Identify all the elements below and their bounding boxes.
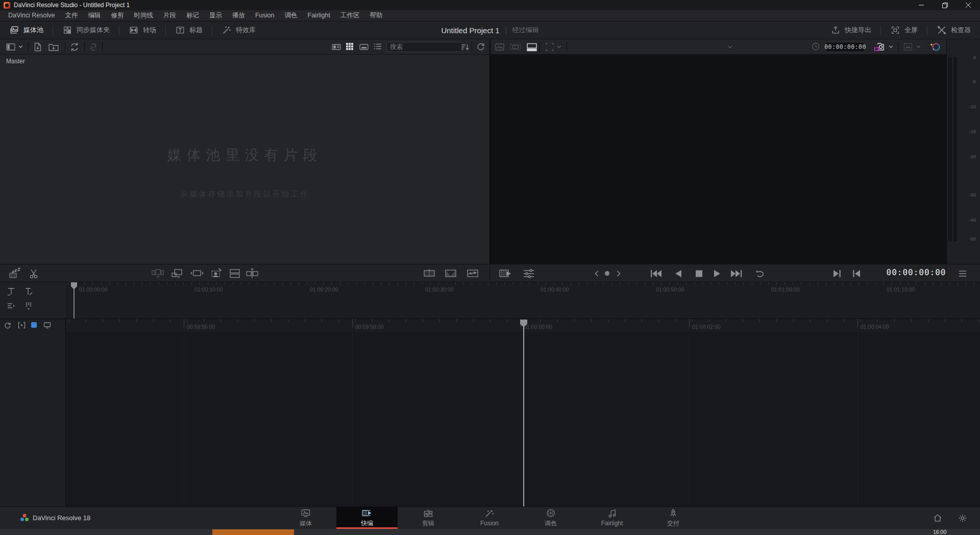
list-view-button[interactable] [373, 41, 383, 52]
append-clip-button[interactable] [170, 267, 185, 280]
track-monitor-button[interactable] [43, 321, 52, 329]
search-input[interactable] [386, 42, 463, 52]
marker-dot[interactable] [605, 271, 609, 276]
jump-to-next-edit-button[interactable] [832, 269, 842, 279]
stop-button[interactable] [694, 269, 703, 279]
place-on-top-button[interactable] [209, 267, 224, 280]
transitions-toggle[interactable]: 转场 [122, 21, 162, 39]
timeline-select-dropdown[interactable] [727, 44, 733, 50]
prev-marker-button[interactable] [594, 270, 600, 277]
roll-tool-button[interactable] [23, 301, 34, 311]
transition-button[interactable] [444, 267, 458, 280]
close-button[interactable] [957, 0, 980, 10]
menu-item[interactable]: 显示 [204, 10, 227, 21]
multicam-camera-button[interactable] [873, 41, 886, 53]
menu-item[interactable]: 标记 [181, 10, 204, 21]
menu-item[interactable]: 帮助 [364, 10, 387, 21]
restore-button[interactable] [933, 0, 957, 10]
timeline-options-button[interactable] [958, 270, 968, 278]
source-overwrite-button[interactable] [228, 267, 242, 280]
tools-button[interactable] [522, 267, 536, 280]
viewer-timecode[interactable]: 00:00:00:00 [825, 42, 865, 52]
page-tab-deliver[interactable]: 交付 [643, 507, 704, 529]
thumbnail-view-button[interactable] [345, 41, 355, 52]
refresh-button[interactable] [476, 41, 486, 52]
color-effects-button[interactable] [929, 41, 941, 53]
menu-item[interactable]: 修剪 [106, 10, 129, 21]
viewer-timeline-mode-button[interactable] [526, 41, 538, 53]
menu-item[interactable]: Fusion [250, 10, 280, 21]
quick-export-button[interactable]: 快捷导出 [824, 21, 877, 39]
media-pool-toggle[interactable]: 媒体池 [3, 21, 50, 39]
next-marker-button[interactable] [616, 270, 622, 277]
page-tab-fusion[interactable]: Fusion [459, 507, 520, 529]
page-tab-edit[interactable]: 剪辑 [398, 507, 459, 529]
import-media-button[interactable] [32, 41, 43, 53]
menu-item[interactable]: 文件 [60, 10, 83, 21]
ripple-overwrite-icon [190, 267, 204, 280]
go-to-start-button[interactable] [649, 269, 663, 279]
sync-clips-button[interactable] [69, 41, 80, 53]
viewer-source-mode-button[interactable] [494, 41, 505, 53]
split-clip-button[interactable] [28, 267, 40, 280]
menu-item[interactable]: 调色 [280, 10, 303, 21]
menu-item[interactable]: 播放 [227, 10, 250, 21]
titles-label: 标题 [189, 26, 203, 35]
viewer-tape-mode-button[interactable] [509, 41, 522, 53]
menu-item[interactable]: DaVinci Resolve [3, 10, 60, 21]
multicam-dropdown[interactable] [888, 44, 894, 50]
fullscreen-button[interactable]: 全屏 [884, 21, 924, 39]
settings-button[interactable] [958, 514, 967, 523]
panel-layout-dropdown[interactable] [18, 44, 23, 50]
dedup-zzz-button[interactable] [8, 267, 22, 280]
auto-sync-button[interactable] [4, 321, 12, 329]
relink-media-button[interactable] [88, 41, 99, 53]
viewer-expand-button[interactable] [544, 41, 555, 53]
still-grab-button[interactable] [902, 41, 914, 53]
marker-range-button[interactable] [17, 321, 26, 329]
jump-to-prev-edit-button[interactable] [851, 269, 862, 279]
import-folder-button[interactable] [47, 41, 60, 53]
play-reverse-button[interactable] [674, 269, 683, 279]
retime-curve-button[interactable] [465, 267, 480, 280]
go-to-end-button[interactable] [730, 269, 743, 279]
sync-bin-toggle[interactable]: 同步媒体夹 [56, 21, 116, 39]
razor-button[interactable] [422, 267, 436, 280]
play-button[interactable] [713, 269, 722, 279]
ruler-tick [455, 282, 456, 284]
panel-layout-button[interactable] [5, 41, 16, 53]
page-tab-fairlight[interactable]: Fairlight [581, 507, 643, 529]
insert-clip-button[interactable] [245, 267, 259, 280]
inspector-button[interactable]: 检查器 [930, 21, 977, 39]
menu-item[interactable]: 时间线 [129, 10, 158, 21]
menu-item[interactable]: 片段 [158, 10, 181, 21]
taskbar-app-button[interactable] [212, 529, 294, 535]
track-color-indicator[interactable] [31, 322, 37, 328]
viewer-expand-dropdown[interactable] [556, 44, 562, 50]
loop-button[interactable] [754, 269, 767, 279]
filmstrip-view-button[interactable] [358, 41, 370, 53]
menu-item[interactable]: 编辑 [83, 10, 106, 21]
text-tool-button[interactable] [6, 286, 16, 297]
ruler-tick [793, 319, 794, 322]
page-tab-cut[interactable]: 快编 [336, 507, 398, 529]
metadata-view-button[interactable] [331, 41, 342, 53]
source-clip-button[interactable] [498, 267, 513, 280]
sort-button[interactable] [459, 41, 471, 53]
ripple-overwrite-button[interactable] [190, 267, 204, 280]
titles-toggle[interactable]: 标题 [169, 21, 209, 39]
page-tab-media[interactable]: 媒体 [275, 507, 336, 529]
text-cursor-tool-button[interactable] [23, 286, 34, 297]
timeline-timecode[interactable]: 00:00:00:00 [886, 268, 947, 277]
minimize-button[interactable] [910, 0, 933, 10]
menu-item[interactable]: 工作区 [335, 10, 365, 21]
duration-clock-button[interactable] [811, 41, 821, 52]
ripple-tool-button[interactable] [6, 301, 16, 311]
page-tab-color[interactable]: 调色 [520, 507, 581, 529]
timeline-overview-ruler[interactable]: 01:00:00:0001:00:10:0001:00:20:0001:00:3… [66, 282, 980, 319]
project-manager-button[interactable] [933, 514, 942, 522]
menu-item[interactable]: Fairlight [303, 10, 335, 21]
still-grab-dropdown[interactable] [916, 44, 921, 50]
effects-library-toggle[interactable]: 特效库 [215, 21, 262, 39]
smart-insert-button[interactable] [151, 267, 165, 280]
